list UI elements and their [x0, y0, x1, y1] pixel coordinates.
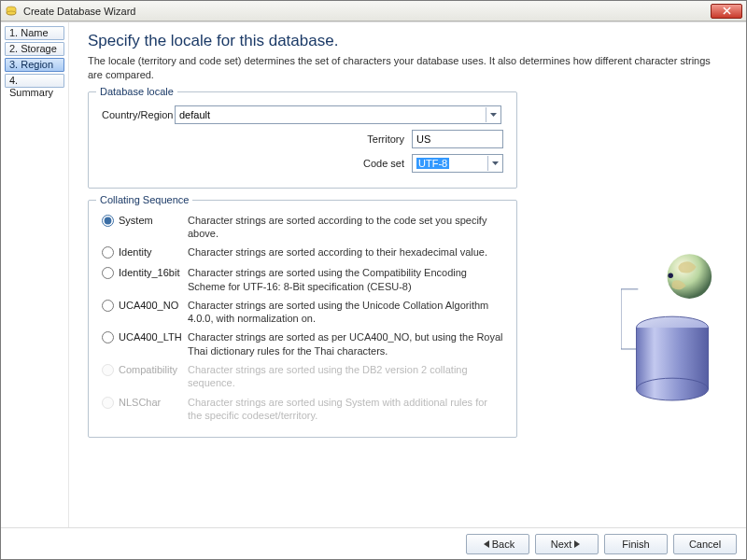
collating-desc: Character strings are sorted using Syste…	[188, 396, 503, 423]
collating-option-identity[interactable]: Identity Character strings are sorted ac…	[102, 245, 503, 260]
titlebar: Create Database Wizard	[1, 1, 746, 21]
collating-desc: Character strings are sorted using the U…	[188, 299, 503, 326]
collating-desc: Character strings are sorted using the C…	[188, 266, 503, 293]
triangle-right-icon	[574, 539, 580, 550]
svg-point-2	[667, 254, 712, 299]
page-description: The locale (territory and code set) dete…	[88, 54, 727, 82]
collating-label: UCA400_LTH	[115, 330, 188, 343]
triangle-left-icon	[484, 539, 489, 550]
collating-label: System	[115, 214, 188, 226]
collating-option-uca400no[interactable]: UCA400_NO Character strings are sorted u…	[102, 299, 503, 326]
window-title: Create Database Wizard	[23, 6, 711, 17]
collating-desc: Character strings are sorted as per UCA4…	[188, 330, 503, 357]
collating-label: UCA400_NO	[115, 299, 188, 311]
collating-option-compatibility: Compatibility Character strings are sort…	[102, 363, 503, 390]
back-button[interactable]: Back	[466, 534, 529, 554]
database-locale-group: Database locale Country/Region default T…	[88, 91, 517, 189]
close-button[interactable]	[711, 4, 742, 19]
radio-nlschar	[102, 397, 114, 409]
wizard-page: Specify the locale for this database. Th…	[68, 22, 746, 527]
collating-sequence-legend: Collating Sequence	[96, 194, 192, 205]
collating-desc: Character strings are sorted using the D…	[188, 363, 503, 390]
collating-desc: Character strings are sorted according t…	[188, 245, 503, 259]
step-region[interactable]: 3. Region	[5, 58, 64, 72]
database-globe-illustration	[621, 246, 724, 433]
svg-point-3	[668, 273, 672, 277]
wizard-window: Create Database Wizard 1. Name 2. Storag…	[0, 0, 747, 560]
step-name[interactable]: 1. Name	[5, 26, 64, 40]
collating-label: Identity	[115, 245, 188, 258]
country-region-label: Country/Region	[102, 109, 175, 120]
next-label: Next	[551, 539, 572, 550]
page-title: Specify the locale for this database.	[88, 32, 727, 50]
territory-input[interactable]	[412, 130, 503, 148]
territory-label: Territory	[367, 133, 404, 145]
wizard-button-bar: Back Next Finish Cancel	[1, 527, 746, 559]
svg-point-6	[636, 378, 708, 400]
code-set-value: UTF-8	[416, 158, 449, 169]
database-locale-legend: Database locale	[96, 86, 177, 97]
radio-system[interactable]	[102, 215, 114, 227]
collating-sequence-group: Collating Sequence System Character stri…	[88, 200, 517, 439]
collating-label: Identity_16bit	[115, 266, 188, 278]
code-set-combobox[interactable]: UTF-8	[412, 154, 503, 173]
collating-option-nlschar: NLSChar Character strings are sorted usi…	[102, 396, 503, 423]
collating-option-uca400lth[interactable]: UCA400_LTH Character strings are sorted …	[102, 330, 503, 357]
radio-identity[interactable]	[102, 246, 114, 259]
chevron-down-icon	[487, 156, 501, 171]
country-region-value: default	[179, 109, 210, 120]
radio-uca400lth[interactable]	[102, 331, 114, 343]
wizard-body: 1. Name 2. Storage 3. Region 4. Summary …	[1, 21, 746, 527]
next-button[interactable]: Next	[535, 534, 599, 554]
radio-identity16[interactable]	[102, 267, 114, 279]
collating-label: NLSChar	[115, 396, 188, 408]
finish-label: Finish	[622, 539, 649, 550]
code-set-label: Code set	[363, 158, 404, 169]
country-region-combobox[interactable]: default	[175, 105, 501, 124]
radio-compatibility	[102, 364, 114, 376]
chevron-down-icon	[486, 107, 500, 122]
cancel-button[interactable]: Cancel	[673, 534, 737, 554]
wizard-steps: 1. Name 2. Storage 3. Region 4. Summary	[1, 22, 68, 527]
collating-option-identity16[interactable]: Identity_16bit Character strings are sor…	[102, 266, 503, 293]
step-summary[interactable]: 4. Summary	[5, 74, 64, 88]
collating-desc: Character strings are sorted according t…	[188, 214, 503, 241]
step-storage[interactable]: 2. Storage	[5, 42, 64, 56]
collating-option-system[interactable]: System Character strings are sorted acco…	[102, 214, 503, 241]
app-icon	[5, 5, 18, 18]
collating-label: Compatibility	[115, 363, 188, 375]
radio-uca400no[interactable]	[102, 300, 114, 312]
back-label: Back	[492, 539, 514, 550]
cancel-label: Cancel	[689, 539, 721, 550]
finish-button[interactable]: Finish	[604, 534, 668, 554]
